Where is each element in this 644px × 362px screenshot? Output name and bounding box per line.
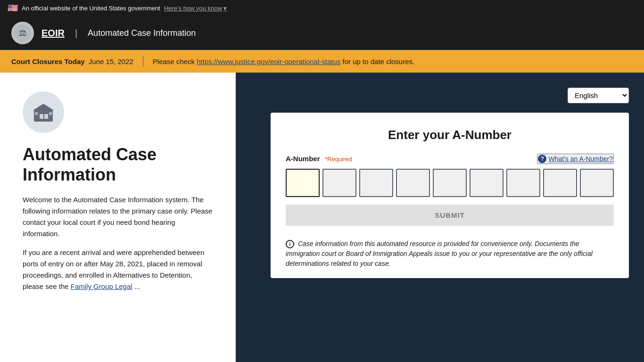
agency-seal: ⚖ — [11, 22, 34, 44]
svg-rect-7 — [35, 112, 38, 115]
alert-title: Court Closures Today — [11, 58, 85, 66]
field-label: A-Number — [286, 155, 320, 163]
svg-rect-8 — [49, 112, 52, 115]
header-divider: | — [75, 28, 77, 39]
anumber-digit-2[interactable] — [322, 169, 356, 197]
form-label-row: A-Number *Required ? What's an A-Number? — [286, 154, 614, 164]
anumber-digit-3[interactable] — [359, 169, 393, 197]
gov-banner: 🇺🇸 An official website of the United Sta… — [0, 0, 644, 16]
anumber-digit-8[interactable] — [543, 169, 577, 197]
svg-text:⚖: ⚖ — [19, 28, 26, 38]
chevron-down-icon: ▾ — [223, 5, 227, 12]
anumber-digit-9[interactable] — [580, 169, 614, 197]
know-button-label: Here's how you know — [164, 5, 222, 12]
anumber-digit-5[interactable] — [433, 169, 467, 197]
family-group-link[interactable]: Family Group Legal — [71, 282, 132, 290]
form-heading: Enter your A-Number — [286, 128, 614, 142]
anumber-input-group[interactable] — [286, 169, 614, 197]
site-header: ⚖ EOIR | Automated Case Information — [0, 16, 644, 50]
info-icon: i — [286, 240, 294, 248]
whats-anumber-button[interactable]: ? What's an A-Number? — [537, 154, 614, 164]
gov-banner-text: An official website of the United States… — [22, 5, 160, 12]
alert-divider — [143, 56, 143, 67]
whats-anumber-label: What's an A-Number? — [548, 155, 613, 163]
anumber-digit-7[interactable] — [506, 169, 540, 197]
paragraph2-suffix: ... — [134, 282, 140, 290]
disclaimer-content: Case information from this automated res… — [286, 240, 593, 267]
main-layout: Automated Case Information Welcome to th… — [0, 73, 644, 362]
required-indicator: *Required — [325, 156, 352, 163]
page-icon — [23, 91, 64, 133]
agency-code: EOIR — [41, 28, 65, 39]
anumber-digit-6[interactable] — [470, 169, 504, 197]
alert-message-post: for up to date closures. — [343, 58, 415, 66]
anumber-digit-4[interactable] — [396, 169, 430, 197]
anumber-digit-1[interactable] — [286, 169, 320, 197]
left-panel: Automated Case Information Welcome to th… — [0, 73, 236, 362]
alert-link[interactable]: https://www.justice.gov/eoir-operational… — [197, 58, 340, 66]
right-panel: English Español Français Português Enter… — [236, 73, 644, 362]
field-label-group: A-Number *Required — [286, 155, 352, 163]
left-paragraph-2: If you are a recent arrival and were app… — [23, 247, 213, 292]
svg-rect-5 — [40, 114, 43, 119]
language-selector-wrapper[interactable]: English Español Français Português — [568, 88, 629, 103]
submit-button[interactable]: SUBMIT — [286, 205, 614, 226]
alert-date: June 15, 2022 — [89, 58, 133, 66]
heres-how-you-know-button[interactable]: Here's how you know ▾ — [164, 5, 227, 12]
svg-rect-6 — [44, 114, 48, 119]
language-select[interactable]: English Español Français Português — [568, 88, 629, 103]
alert-banner: Court Closures Today June 15, 2022 Pleas… — [0, 50, 644, 73]
disclaimer-text: i Case information from this automated r… — [286, 235, 614, 269]
question-icon: ? — [538, 155, 546, 163]
page-heading: Automated Case Information — [23, 144, 213, 185]
site-title: Automated Case Information — [88, 28, 196, 38]
svg-marker-4 — [33, 104, 54, 110]
left-paragraph-1: Welcome to the Automated Case Informatio… — [23, 194, 213, 239]
flag-icon: 🇺🇸 — [8, 3, 18, 13]
alert-message-pre: Please check — [153, 58, 195, 66]
form-card: Enter your A-Number A-Number *Required ?… — [271, 113, 629, 278]
